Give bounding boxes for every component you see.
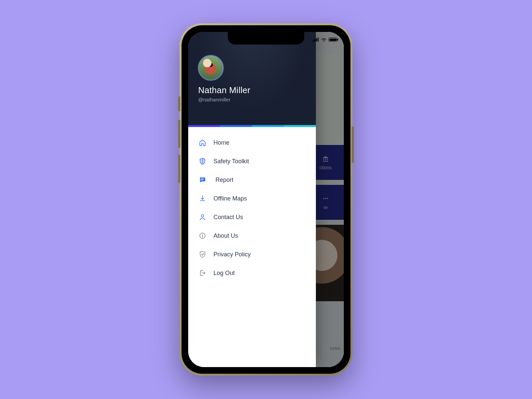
menu-item-label: Home (213, 140, 229, 146)
signal-icon (313, 38, 319, 42)
menu-item-label: Log Out (213, 270, 235, 276)
home-icon (199, 139, 206, 146)
menu-item-contact-us[interactable]: Contact Us (198, 209, 307, 225)
phone-mute-switch (178, 96, 180, 111)
menu-item-label: Report (215, 177, 233, 183)
menu-item-label: Safety Toolkit (213, 158, 249, 164)
screen: ctions re IONS Nathan Miller @nathanmill… (188, 32, 344, 367)
wifi-icon (321, 38, 327, 42)
drawer-header[interactable]: Nathan Miller @nathanmiller (188, 32, 316, 125)
logout-icon (199, 269, 206, 277)
menu-item-report[interactable]: Report (198, 172, 307, 188)
svg-point-6 (202, 234, 203, 235)
download-icon (199, 195, 206, 202)
shield-icon (199, 158, 206, 165)
menu-item-offline-maps[interactable]: Offline Maps (198, 190, 307, 207)
menu-item-home[interactable]: Home (198, 134, 307, 151)
navigation-drawer: Nathan Miller @nathanmiller Home (188, 32, 316, 367)
chat-icon (199, 176, 206, 184)
battery-icon (329, 38, 337, 42)
person-icon (199, 213, 206, 221)
info-icon (199, 232, 206, 239)
menu-item-log-out[interactable]: Log Out (198, 265, 307, 281)
menu-item-about-us[interactable]: About Us (198, 227, 307, 244)
avatar[interactable] (198, 55, 223, 80)
menu-item-safety-toolkit[interactable]: Safety Toolkit (198, 153, 307, 170)
menu-list: Home Safety Toolkit Report (188, 127, 316, 367)
phone-volume-down (178, 155, 180, 183)
phone-notch (228, 32, 304, 45)
phone-bezel: ctions re IONS Nathan Miller @nathanmill… (182, 25, 350, 374)
menu-item-label: Offline Maps (213, 196, 247, 201)
shield-check-icon (199, 251, 206, 258)
phone-volume-up (178, 120, 180, 148)
menu-item-label: Privacy Policy (213, 251, 251, 257)
user-handle: @nathanmiller (198, 97, 306, 102)
svg-point-0 (324, 41, 325, 42)
phone-frame: ctions re IONS Nathan Miller @nathanmill… (180, 23, 352, 376)
menu-item-privacy-policy[interactable]: Privacy Policy (198, 246, 307, 263)
menu-item-label: Contact Us (213, 214, 243, 220)
svg-point-4 (201, 215, 203, 217)
user-name: Nathan Miller (198, 85, 306, 95)
status-bar (313, 37, 337, 43)
phone-power-button (352, 126, 354, 163)
menu-item-label: About Us (213, 233, 238, 239)
